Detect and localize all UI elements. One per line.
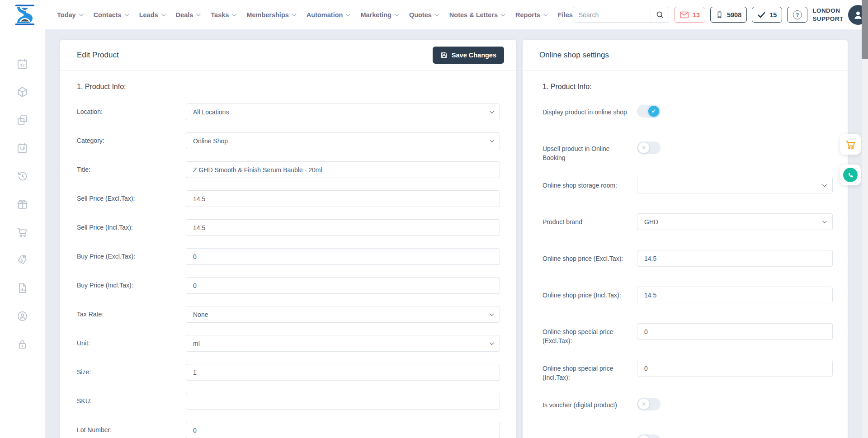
rail-price-tag-icon[interactable]: $ — [14, 251, 32, 269]
save-changes-button[interactable]: Save Changes — [433, 47, 504, 64]
title-input[interactable] — [186, 161, 500, 178]
form-row-lot-number: Lot Number: — [77, 422, 500, 438]
online-shop-special-price-excl-tax-input[interactable] — [637, 323, 833, 340]
form-row-title: Title: — [77, 161, 500, 178]
nav-item-today[interactable]: Today — [57, 11, 82, 19]
lot-number-input[interactable] — [186, 422, 500, 438]
products-box-icon — [16, 86, 28, 98]
rail-cart-icon[interactable] — [14, 223, 32, 241]
rail-calendar-icon[interactable]: 12 — [14, 55, 32, 73]
nav-item-leads[interactable]: Leads — [139, 11, 165, 19]
title-label: Title: — [77, 165, 186, 174]
upsell-product-in-online-booking-toggle[interactable]: ✕ — [637, 141, 660, 154]
call-support-button[interactable] — [840, 165, 861, 185]
chevron-down-icon — [125, 12, 129, 16]
sell-price-incl-tax-input[interactable] — [186, 219, 500, 236]
messages-badge[interactable]: 13 — [674, 7, 705, 23]
booking-calendar-icon — [16, 142, 28, 154]
nav-item-notes-letters[interactable]: Notes & Letters — [449, 11, 504, 19]
buy-price-excl-tax-input[interactable] — [186, 248, 500, 265]
is-voucher-digital-product-toggle[interactable]: ✕ — [637, 398, 660, 410]
nav-item-quotes[interactable]: Quotes — [409, 11, 438, 19]
rail-account-sync-icon[interactable] — [14, 307, 32, 325]
chevron-down-icon — [196, 12, 201, 16]
search-input[interactable] — [573, 11, 651, 19]
online-shop-storage-room-select[interactable] — [637, 177, 833, 193]
nav-item-tasks[interactable]: Tasks — [211, 11, 235, 19]
calls-badge[interactable]: 5908 — [710, 7, 747, 23]
rail-lock-icon[interactable] — [14, 335, 32, 353]
tasks-count: 15 — [769, 11, 777, 19]
sell-price-excl-tax-input[interactable] — [186, 190, 500, 207]
form-row-next-setting-partial: ✕ — [542, 433, 833, 438]
upsell-product-in-online-booking-label: Upsell product in Online Booking — [542, 140, 637, 163]
online-shop-price-excl-tax-input[interactable] — [637, 250, 833, 267]
chevron-down-icon — [395, 12, 399, 16]
edit-product-header: Edit Product Save Changes — [60, 40, 516, 71]
chevron-down-icon — [501, 12, 505, 16]
navbar-right-cluster: 13590815 ? LONDON SUPPORT — [573, 5, 868, 25]
nav-item-automation[interactable]: Automation — [307, 11, 349, 19]
nav-item-files[interactable]: Files — [558, 11, 573, 19]
display-product-in-online-shop-toggle[interactable]: ✓ — [637, 105, 660, 118]
chevron-down-icon — [232, 12, 236, 16]
form-row-sell-price-incl-tax: Sell Price (Incl.Tax): — [77, 219, 500, 236]
tax-rate-select[interactable]: None — [186, 306, 500, 323]
rail-report-icon[interactable] — [14, 279, 32, 297]
account-sync-icon — [16, 310, 28, 322]
online-shop-price-incl-tax-input[interactable] — [637, 287, 833, 303]
nav-item-contacts[interactable]: Contacts — [94, 11, 128, 19]
phone-teal-icon — [843, 168, 858, 182]
gift-icon — [16, 198, 28, 210]
search-icon[interactable] — [651, 7, 669, 22]
unit-label: Unit: — [77, 339, 186, 348]
online-shop-cart-button[interactable] — [840, 134, 861, 155]
calendar-icon: 12 — [16, 58, 28, 70]
sell-price-incl-tax-label: Sell Price (Incl.Tax): — [77, 223, 186, 232]
check-icon — [757, 11, 766, 19]
app-logo[interactable] — [13, 4, 37, 26]
online-shop-special-price-excl-tax-label: Online shop special price (Excl.Tax): — [542, 323, 637, 346]
tasks-badge[interactable]: 15 — [752, 7, 782, 23]
edit-product-title: Edit Product — [77, 51, 119, 60]
chevron-down-icon — [490, 109, 494, 113]
form-row-size: Size: — [77, 364, 500, 381]
buy-price-incl-tax-input[interactable] — [186, 277, 500, 294]
chevron-down-icon — [490, 340, 494, 345]
nav-item-reports[interactable]: Reports — [515, 11, 547, 19]
scrollbar-thumb[interactable] — [862, 0, 868, 59]
rail-gift-icon[interactable] — [14, 195, 32, 213]
chevron-down-icon — [543, 12, 548, 16]
rail-booking-calendar-icon[interactable] — [14, 139, 32, 157]
nav-item-deals[interactable]: Deals — [176, 11, 200, 19]
envelope-icon — [679, 11, 689, 19]
size-input[interactable] — [186, 364, 500, 381]
edit-product-panel: Edit Product Save Changes 1. Product Inf… — [60, 40, 516, 438]
account-name: LONDON SUPPORT — [812, 7, 843, 23]
online-shop-special-price-incl-tax-label: Online shop special price (Incl.Tax): — [542, 360, 637, 382]
size-label: Size: — [77, 367, 186, 377]
product-brand-select[interactable]: GHD — [637, 213, 833, 230]
unit-select[interactable]: ml — [186, 335, 500, 352]
product-brand-label: Product brand — [542, 213, 637, 226]
chevron-down-icon — [346, 12, 350, 16]
left-icon-rail: 12$ — [0, 29, 45, 438]
top-navbar: TodayContactsLeadsDealsTasksMembershipsA… — [0, 0, 862, 29]
location-select[interactable]: All Locations — [186, 104, 500, 120]
next-setting-partial-toggle[interactable]: ✕ — [637, 434, 660, 438]
nav-item-marketing[interactable]: Marketing — [360, 11, 398, 19]
sku-input[interactable] — [186, 393, 500, 410]
rail-duplicate-icon[interactable] — [14, 111, 32, 129]
online-shop-special-price-incl-tax-input[interactable] — [637, 360, 833, 377]
online-shop-storage-room-label: Online shop storage room: — [542, 177, 637, 190]
rail-history-icon[interactable] — [14, 167, 32, 185]
svg-text:$: $ — [20, 258, 23, 263]
vertical-scrollbar[interactable] — [862, 0, 868, 438]
rail-products-box-icon[interactable] — [14, 83, 32, 101]
form-row-is-voucher-digital-product: Is voucher (digital product)✕ — [542, 396, 833, 422]
category-select[interactable]: Online Shop — [186, 132, 500, 149]
form-row-sku: SKU: — [77, 393, 500, 410]
help-button[interactable]: ? — [787, 7, 807, 23]
nav-item-memberships[interactable]: Memberships — [246, 11, 295, 19]
floppy-disk-icon — [440, 52, 448, 59]
